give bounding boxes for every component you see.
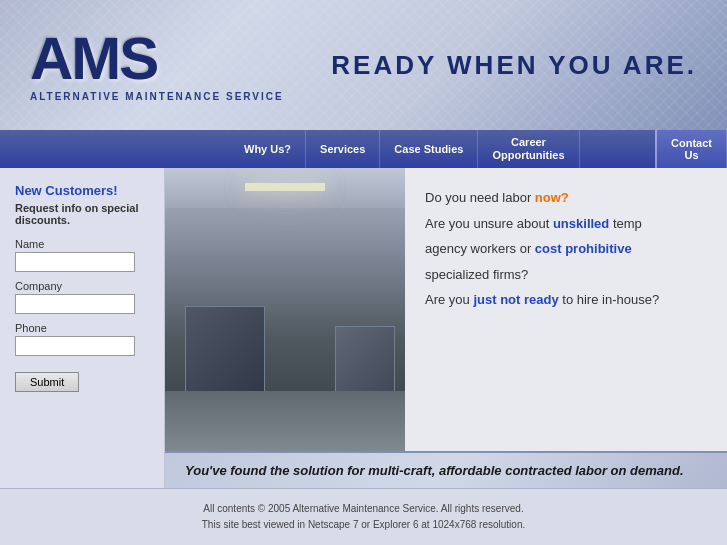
- footer-line2: This site best viewed in Netscape 7 or E…: [12, 517, 715, 533]
- q3-cost: cost prohibitive: [535, 241, 632, 256]
- question-2: Are you unsure about unskilled temp: [425, 214, 707, 234]
- q5-text2: to hire in-house?: [559, 292, 659, 307]
- company-field-group: Company: [15, 280, 149, 314]
- nav-why-us[interactable]: Why Us?: [230, 130, 306, 168]
- q1-text1: Do you need labor: [425, 190, 535, 205]
- main-wrapper: New Customers! Request info on special d…: [0, 168, 727, 488]
- question-3: agency workers or cost prohibitive: [425, 239, 707, 259]
- q1-now: now?: [535, 190, 569, 205]
- question-5: Are you just not ready to hire in-house?: [425, 290, 707, 310]
- q3-text1: agency workers or: [425, 241, 535, 256]
- name-field-group: Name: [15, 238, 149, 272]
- warehouse-machine1: [185, 306, 265, 396]
- footer-line1: All contents © 2005 Alternative Maintena…: [12, 501, 715, 517]
- phone-field-group: Phone: [15, 322, 149, 356]
- header: AMS ALTERNATIVE MAINTENANCE SERVICE READ…: [0, 0, 727, 130]
- phone-input[interactable]: [15, 336, 135, 356]
- q2-text1: Are you unsure about: [425, 216, 553, 231]
- name-input[interactable]: [15, 252, 135, 272]
- q2-text2: temp: [609, 216, 642, 231]
- logo-area: AMS ALTERNATIVE MAINTENANCE SERVICE: [0, 9, 314, 122]
- footer: All contents © 2005 Alternative Maintena…: [0, 488, 727, 545]
- question-1: Do you need labor now?: [425, 188, 707, 208]
- nav-services[interactable]: Services: [306, 130, 380, 168]
- company-label: Company: [15, 280, 149, 292]
- nav-career[interactable]: CareerOpportunities: [478, 130, 579, 168]
- warehouse-machine2: [335, 326, 395, 396]
- new-customers-title: New Customers!: [15, 183, 149, 198]
- bottom-banner: You've found the solution for multi-craf…: [165, 451, 727, 488]
- tagline: READY WHEN YOU ARE.: [314, 50, 697, 81]
- q2-unskilled: unskilled: [553, 216, 609, 231]
- q5-ready: just not ready: [473, 292, 558, 307]
- q4-text: specialized firms?: [425, 267, 528, 282]
- q5-text1: Are you: [425, 292, 473, 307]
- warehouse-floor: [165, 391, 405, 451]
- navbar: Why Us? Services Case Studies CareerOppo…: [0, 130, 727, 168]
- logo-text: AMS: [30, 29, 284, 89]
- nav-spacer: [580, 130, 656, 168]
- content-area: Do you need labor now? Are you unsure ab…: [165, 168, 727, 488]
- question-4: specialized firms?: [425, 265, 707, 285]
- questions-area: Do you need labor now? Are you unsure ab…: [405, 168, 727, 451]
- submit-button[interactable]: Submit: [15, 372, 79, 392]
- sidebar: New Customers! Request info on special d…: [0, 168, 165, 488]
- nav-contact[interactable]: ContactUs: [655, 130, 727, 168]
- bottom-text: You've found the solution for multi-craf…: [185, 463, 707, 478]
- tagline-area: READY WHEN YOU ARE.: [314, 50, 727, 81]
- name-label: Name: [15, 238, 149, 250]
- content-top: Do you need labor now? Are you unsure ab…: [165, 168, 727, 451]
- logo-subtitle: ALTERNATIVE MAINTENANCE SERVICE: [30, 91, 284, 102]
- warehouse-light: [245, 183, 325, 191]
- warehouse-scene: [165, 168, 405, 451]
- phone-label: Phone: [15, 322, 149, 334]
- nav-case-studies[interactable]: Case Studies: [380, 130, 478, 168]
- warehouse-image: [165, 168, 405, 451]
- new-customers-desc: Request info on special discounts.: [15, 202, 149, 226]
- company-input[interactable]: [15, 294, 135, 314]
